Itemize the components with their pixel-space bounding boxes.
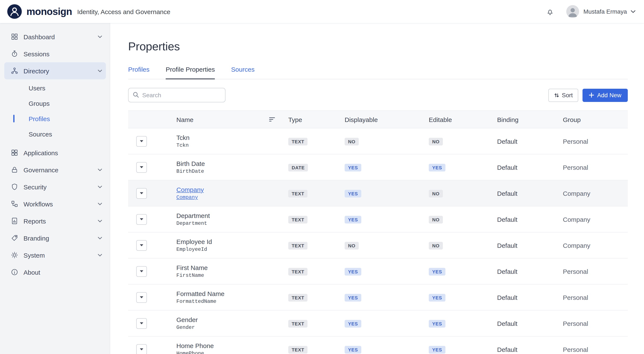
caret-down-icon (140, 322, 144, 325)
search-input[interactable] (128, 88, 226, 102)
properties-table-body: Tckn Tckn TEXT NO NO Default Personal Bi… (128, 128, 628, 354)
notifications-bell-icon[interactable] (546, 7, 554, 16)
row-actions-button[interactable] (136, 292, 147, 303)
tabs: Profiles Profile Properties Sources (128, 66, 628, 79)
sort-button[interactable]: Sort (548, 88, 578, 102)
displayable-badge: NO (345, 242, 359, 249)
tab-sources[interactable]: Sources (231, 66, 254, 79)
sidebar-item-applications[interactable]: Applications (4, 144, 106, 161)
topbar: monosign Identity, Access and Governance… (0, 0, 644, 23)
sidebar-item-label: Applications (24, 149, 58, 156)
property-name-cell: Formatted Name FormattedName (176, 290, 288, 305)
binding-value: Default (497, 216, 563, 223)
name-sort-icon[interactable] (268, 116, 276, 122)
binding-value: Default (497, 268, 563, 275)
row-actions-cell (128, 292, 176, 303)
header-editable: Editable (429, 116, 497, 123)
sidebar-item-branding[interactable]: Branding (4, 229, 106, 246)
displayable-badge: YES (345, 294, 361, 301)
property-code[interactable]: Company (176, 194, 288, 200)
row-actions-button[interactable] (136, 188, 147, 198)
binding-value: Default (497, 242, 563, 249)
sidebar-item-label: Dashboard (24, 33, 55, 40)
chevron-down-icon (98, 185, 102, 188)
workflows-icon (11, 200, 18, 208)
group-value: Personal (563, 294, 628, 301)
security-icon (11, 183, 18, 191)
sidebar-item-system[interactable]: System (4, 246, 106, 264)
type-badge: TEXT (288, 294, 308, 301)
sidebar-item-reports[interactable]: Reports (4, 212, 106, 229)
sidebar-item-groups[interactable]: Groups (0, 96, 110, 111)
sidebar: DashboardSessionsDirectoryUsersGroupsPro… (0, 23, 110, 354)
type-badge: TEXT (288, 216, 308, 223)
displayable-badge: YES (345, 216, 361, 223)
property-name-cell: First Name FirstName (176, 264, 288, 279)
row-actions-button[interactable] (136, 266, 147, 277)
chevron-down-icon[interactable] (631, 10, 636, 13)
table-row: Employee Id EmployeeId TEXT NO NO Defaul… (128, 232, 628, 258)
sidebar-item-label: Sessions (24, 50, 50, 57)
sidebar-item-security[interactable]: Security (4, 178, 106, 195)
row-actions-button[interactable] (136, 344, 147, 354)
topbar-right: Mustafa Ermaya (546, 5, 636, 18)
sidebar-item-profiles[interactable]: Profiles (0, 111, 110, 126)
row-actions-button[interactable] (136, 240, 147, 251)
sort-arrows-icon (554, 92, 559, 98)
header-binding: Binding (497, 116, 563, 123)
row-actions-button[interactable] (136, 214, 147, 224)
user-avatar[interactable] (566, 5, 579, 18)
editable-cell: YES (429, 293, 497, 301)
editable-cell: NO (429, 241, 497, 249)
header-group: Group (563, 116, 628, 123)
property-name-cell: Home Phone HomePhone (176, 342, 288, 354)
row-actions-cell (128, 266, 176, 277)
editable-badge: NO (429, 138, 443, 145)
sidebar-item-sources[interactable]: Sources (0, 126, 110, 142)
row-actions-cell (128, 318, 176, 329)
property-code: BirthDate (176, 169, 288, 175)
property-name[interactable]: Company (176, 186, 288, 193)
sidebar-item-label: Security (24, 183, 46, 190)
type-badge: TEXT (288, 268, 308, 275)
property-name-cell: Gender Gender (176, 316, 288, 331)
sidebar-item-sessions[interactable]: Sessions (4, 45, 106, 62)
table-row: Company Company TEXT YES NO Default Comp… (128, 180, 628, 206)
displayable-cell: YES (345, 163, 429, 171)
row-actions-button[interactable] (136, 318, 147, 329)
sidebar-item-directory[interactable]: Directory (4, 62, 106, 79)
caret-down-icon (140, 270, 144, 273)
sidebar-item-dashboard[interactable]: Dashboard (4, 28, 106, 45)
row-actions-cell (128, 162, 176, 173)
add-new-button[interactable]: Add New (582, 88, 628, 102)
row-actions-button[interactable] (136, 136, 147, 147)
group-value: Personal (563, 164, 628, 171)
table-row: First Name FirstName TEXT YES YES Defaul… (128, 258, 628, 285)
applications-icon (11, 149, 18, 157)
sidebar-item-users[interactable]: Users (0, 80, 110, 96)
editable-badge: YES (429, 320, 446, 327)
editable-badge: YES (429, 294, 446, 301)
tab-profile-properties[interactable]: Profile Properties (166, 66, 215, 79)
editable-cell: NO (429, 137, 497, 145)
type-cell: TEXT (288, 293, 345, 301)
sidebar-item-label: Governance (24, 166, 58, 173)
property-name-cell: Birth Date BirthDate (176, 160, 288, 175)
sidebar-item-workflows[interactable]: Workflows (4, 195, 106, 212)
row-actions-button[interactable] (136, 162, 147, 173)
group-value: Personal (563, 268, 628, 275)
property-code: Tckn (176, 143, 288, 149)
user-name[interactable]: Mustafa Ermaya (583, 8, 627, 15)
toolbar: Sort Add New (128, 88, 628, 102)
property-code: Department (176, 220, 288, 226)
editable-badge: YES (429, 346, 446, 353)
brand-tagline: Identity, Access and Governance (77, 8, 170, 15)
page-title: Properties (128, 40, 628, 53)
property-code: FormattedName (176, 299, 288, 305)
group-value: Company (563, 242, 628, 249)
editable-badge: YES (429, 268, 446, 275)
type-cell: TEXT (288, 137, 345, 145)
sidebar-item-governance[interactable]: Governance (4, 161, 106, 178)
sidebar-item-about[interactable]: About (4, 264, 106, 281)
tab-profiles[interactable]: Profiles (128, 66, 150, 79)
